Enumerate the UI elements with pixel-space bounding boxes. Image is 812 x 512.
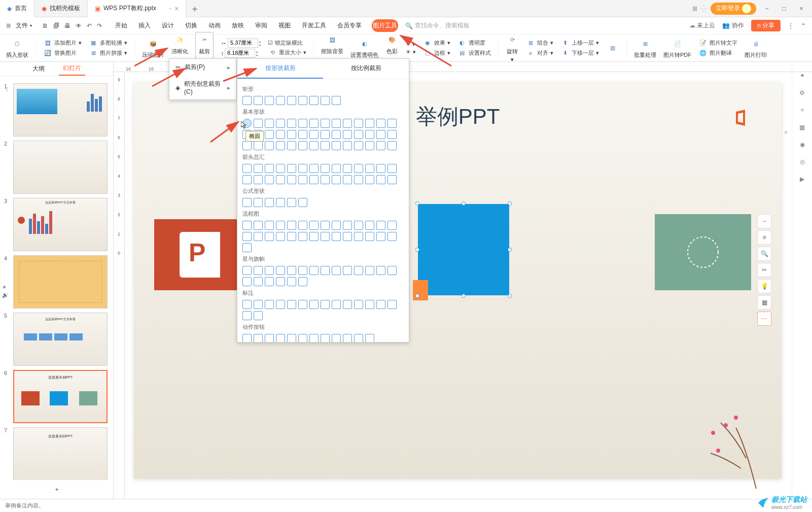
- shape-option[interactable]: [276, 175, 285, 184]
- shape-option[interactable]: [387, 266, 397, 275]
- shape-option[interactable]: [298, 221, 307, 230]
- shape-option[interactable]: [242, 232, 252, 241]
- border-button[interactable]: ▢边框 ▾: [423, 49, 450, 58]
- shape-option[interactable]: [365, 334, 374, 343]
- shape-option[interactable]: [365, 266, 374, 275]
- shape-option[interactable]: [298, 198, 307, 207]
- close-icon[interactable]: ×: [174, 5, 179, 13]
- shape-option[interactable]: [387, 141, 397, 150]
- down-layer-button[interactable]: ⬇下移一层 ▾: [560, 49, 599, 58]
- batch-button[interactable]: ⊞批量处理: [634, 37, 656, 59]
- height-input[interactable]: ↕▴▾: [221, 49, 261, 58]
- shape-option[interactable]: [298, 164, 307, 173]
- shape-option[interactable]: [332, 266, 341, 275]
- design-icon[interactable]: ✦: [800, 72, 805, 79]
- tab-docer[interactable]: ◉ 找稻壳模板: [34, 0, 88, 17]
- zoom-in-button[interactable]: 🔍: [757, 247, 771, 261]
- align-button[interactable]: ≡对齐 ▾: [526, 49, 553, 58]
- shape-option[interactable]: [332, 300, 341, 309]
- width-input[interactable]: ↔▴▾: [221, 39, 261, 48]
- slide-thumb-1[interactable]: [13, 83, 108, 136]
- layers-button[interactable]: ≡: [757, 230, 771, 245]
- template-icon[interactable]: ▦: [799, 124, 805, 131]
- shape-option[interactable]: [387, 119, 397, 128]
- slide-thumb-6[interactable]: 这是基本例PPT: [13, 370, 108, 423]
- shape-option[interactable]: [332, 164, 341, 173]
- shape-option[interactable]: [276, 334, 285, 343]
- file-menu[interactable]: 文件 ▾: [16, 21, 32, 30]
- help-icon[interactable]: ◎: [800, 158, 805, 165]
- shape-option[interactable]: [265, 96, 274, 105]
- shape-option[interactable]: [365, 164, 374, 173]
- shape-option[interactable]: [321, 141, 330, 150]
- select-pane-button[interactable]: ▥: [606, 42, 619, 55]
- shape-option[interactable]: [276, 141, 285, 150]
- tab-vip[interactable]: 会员专享: [336, 19, 363, 32]
- slide-image-3[interactable]: [655, 214, 751, 290]
- shape-option[interactable]: [298, 141, 307, 150]
- shape-option[interactable]: [365, 175, 374, 184]
- shape-option[interactable]: [242, 221, 252, 230]
- shape-option[interactable]: [265, 334, 274, 343]
- shape-option[interactable]: [254, 141, 263, 150]
- img-print-button[interactable]: 🖨图片打印: [745, 37, 767, 59]
- shape-option[interactable]: [332, 141, 341, 150]
- shape-option[interactable]: [321, 96, 330, 105]
- slide-thumb-2[interactable]: [13, 141, 108, 194]
- shape-option[interactable]: [354, 119, 363, 128]
- shape-option[interactable]: [287, 300, 296, 309]
- shape-option[interactable]: [376, 141, 385, 150]
- slide-thumb-7[interactable]: 这是基本的PPT: [13, 427, 108, 480]
- shape-option[interactable]: [265, 266, 274, 275]
- shape-option[interactable]: [287, 96, 296, 105]
- shape-option[interactable]: [242, 277, 252, 286]
- shape-option[interactable]: [265, 119, 274, 128]
- shape-option[interactable]: [276, 300, 285, 309]
- resource-icon[interactable]: ◉: [800, 141, 805, 148]
- shape-option[interactable]: [298, 277, 307, 286]
- shape-option[interactable]: [387, 221, 397, 230]
- slides-tab[interactable]: 幻灯片: [59, 62, 85, 76]
- tab-dev[interactable]: 开发工具: [301, 19, 327, 32]
- shape-option[interactable]: [343, 334, 352, 343]
- props-button[interactable]: ▦: [757, 295, 771, 310]
- shape-option[interactable]: [309, 164, 319, 173]
- shape-option[interactable]: [254, 277, 263, 286]
- hamburger-icon[interactable]: ≡: [6, 21, 11, 30]
- shape-option[interactable]: [309, 119, 319, 128]
- shape-option[interactable]: [376, 221, 385, 230]
- effects-button[interactable]: ◉效果 ▾: [423, 39, 450, 48]
- shape-option[interactable]: [287, 334, 296, 343]
- shape-option[interactable]: [276, 119, 285, 128]
- shape-option[interactable]: [309, 221, 319, 230]
- by-ratio-tab[interactable]: 按比例裁剪: [323, 59, 409, 79]
- preview-icon[interactable]: 👁: [76, 22, 82, 29]
- shape-option[interactable]: [321, 119, 330, 128]
- tab-start[interactable]: 开始: [114, 19, 128, 32]
- shape-option[interactable]: [287, 119, 296, 128]
- shape-option[interactable]: [254, 266, 263, 275]
- shape-option[interactable]: [298, 130, 307, 139]
- shape-option[interactable]: [287, 141, 296, 150]
- zoom-out-button[interactable]: −: [757, 214, 771, 228]
- shape-option[interactable]: [265, 277, 274, 286]
- shape-option[interactable]: [265, 221, 274, 230]
- slide-canvas[interactable]: 举例PPT −: [134, 82, 782, 479]
- shape-option[interactable]: [321, 266, 330, 275]
- share-button[interactable]: ⎋ 分享: [751, 20, 781, 31]
- shape-option[interactable]: [343, 130, 352, 139]
- shape-option[interactable]: [309, 334, 319, 343]
- shape-option[interactable]: [332, 221, 341, 230]
- translate-button[interactable]: 🌐图片翻译: [698, 49, 737, 58]
- shape-option[interactable]: [343, 175, 352, 184]
- shape-option[interactable]: [265, 300, 274, 309]
- shape-option[interactable]: [242, 175, 252, 184]
- apps-icon[interactable]: ⁛: [701, 5, 707, 12]
- shape-option[interactable]: [298, 266, 307, 275]
- shape-option[interactable]: [298, 119, 307, 128]
- tab-home[interactable]: ◆ 首页: [0, 0, 34, 17]
- tab-picture-tools[interactable]: 图片工具: [372, 19, 398, 32]
- save-as-icon[interactable]: 🗐: [53, 22, 59, 29]
- login-button[interactable]: 立即登录: [711, 3, 756, 15]
- close-panel-icon[interactable]: ×: [784, 129, 788, 136]
